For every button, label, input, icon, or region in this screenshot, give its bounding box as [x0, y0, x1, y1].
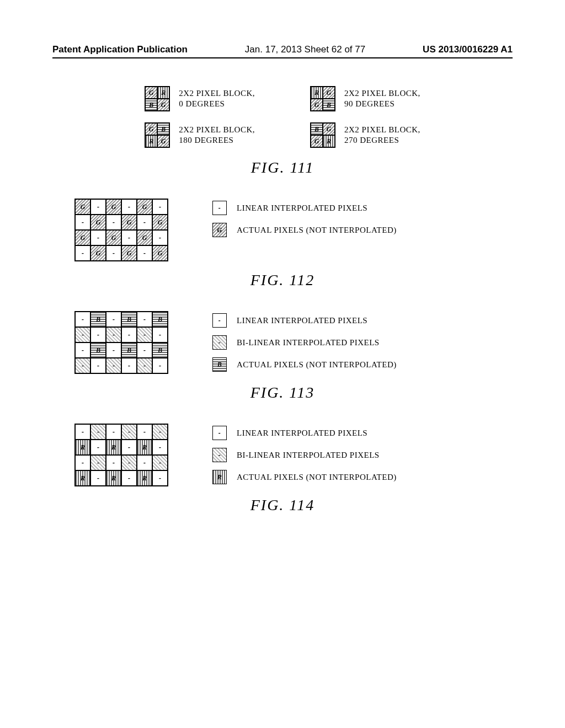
cell-b: B [145, 99, 157, 111]
grid-cell: R [106, 470, 121, 486]
cell-g: G [145, 87, 157, 99]
grid-cell: - [152, 358, 168, 373]
grid-cell: - [90, 230, 106, 245]
grid-cell: G [106, 199, 121, 215]
fig-112: G-G-G--G-G-GG-G-G--G-G-G - LINEAR INTERP… [74, 199, 513, 261]
cell-r: R [311, 87, 323, 99]
cell-r: R [323, 135, 335, 147]
grid-cell: G [106, 230, 121, 245]
date-sheet: Jan. 17, 2013 Sheet 62 of 77 [245, 44, 365, 55]
grid-cell: - [121, 455, 137, 470]
cell-g: G [145, 123, 157, 135]
grid-cell: - [90, 199, 106, 215]
cell-b: B [311, 123, 323, 135]
grid-cell: - [106, 215, 121, 230]
grid-cell: - [75, 327, 90, 342]
legend-box-bilinear: - [212, 448, 227, 462]
legend-bilinear: - BI-LINEAR INTERPOLATED PIXELS [212, 335, 397, 350]
legend-text: ACTUAL PIXELS (NOT INTERPOLATED) [237, 360, 397, 370]
cell-g: G [323, 87, 335, 99]
pixel-block: B G G R [310, 122, 335, 148]
grid-cell: - [90, 327, 106, 342]
block-label: 2X2 PIXEL BLOCK, 90 DEGREES [344, 88, 420, 110]
grid-cell: G [121, 245, 137, 261]
legend-box-plain: - [212, 201, 227, 215]
cell-g: G [157, 135, 169, 147]
grid-cell: G [75, 199, 90, 215]
grid-cell: G [90, 245, 106, 261]
grid-cell: - [137, 327, 152, 342]
page-header: Patent Application Publication Jan. 17, … [52, 44, 513, 58]
grid-cell: R [137, 470, 152, 486]
pub-number: US 2013/0016229 A1 [423, 44, 513, 55]
cell-g: G [157, 99, 169, 111]
legend-text: BI-LINEAR INTERPOLATED PIXELS [237, 338, 380, 347]
fig113-caption: FIG. 113 [52, 384, 513, 402]
fig112-legend: - LINEAR INTERPOLATED PIXELS G ACTUAL PI… [212, 201, 397, 261]
grid-cell: G [152, 215, 168, 230]
legend-box-plain: - [212, 313, 227, 328]
grid-cell: - [152, 199, 168, 215]
legend-linear: - LINEAR INTERPOLATED PIXELS [212, 426, 397, 440]
legend-linear: - LINEAR INTERPOLATED PIXELS [212, 313, 397, 328]
grid-cell: - [75, 215, 90, 230]
lbl-l2: 90 DEGREES [344, 99, 395, 108]
grid-cell: - [75, 358, 90, 373]
legend-box-r: R [212, 470, 227, 484]
lbl-l1: 2X2 PIXEL BLOCK, [344, 125, 420, 134]
grid-cell: - [121, 199, 137, 215]
grid-cell: - [121, 470, 137, 486]
grid-cell: - [75, 424, 90, 440]
grid-cell: B [121, 342, 137, 358]
fig-114: ------R-R-R-------R-R-R- - LINEAR INTERP… [74, 424, 513, 486]
grid-cell: R [137, 440, 152, 455]
grid-cell: - [90, 440, 106, 455]
cell-b: B [157, 123, 169, 135]
grid-cell: G [152, 245, 168, 261]
cell-r: R [145, 135, 157, 147]
fig113-grid: -B-B-B-------B-B-B------ [74, 311, 168, 374]
lbl-l1: 2X2 PIXEL BLOCK, [179, 125, 255, 134]
grid-cell: - [121, 440, 137, 455]
block-label: 2X2 PIXEL BLOCK, 270 DEGREES [344, 125, 420, 146]
grid-cell: - [90, 455, 106, 470]
legend-box-g: G [212, 223, 227, 237]
grid-cell: B [152, 342, 168, 358]
grid-cell: - [137, 215, 152, 230]
fig111-row-2: G B R G 2X2 PIXEL BLOCK, 180 DEGREES B G… [52, 122, 513, 148]
grid-cell: - [121, 424, 137, 440]
grid-cell: - [137, 342, 152, 358]
grid-cell: G [121, 215, 137, 230]
grid-cell: - [106, 342, 121, 358]
block-label: 2X2 PIXEL BLOCK, 180 DEGREES [179, 125, 255, 146]
cell-g: G [323, 123, 335, 135]
fig111-row-1: G R B G 2X2 PIXEL BLOCK, 0 DEGREES R G G… [52, 86, 513, 111]
block-270deg: B G G R 2X2 PIXEL BLOCK, 270 DEGREES [310, 122, 420, 148]
pixel-block: G B R G [145, 122, 170, 148]
grid-cell: - [90, 358, 106, 373]
grid-cell: - [137, 455, 152, 470]
fig-111: G R B G 2X2 PIXEL BLOCK, 0 DEGREES R G G… [52, 86, 513, 176]
lbl-l2: 180 DEGREES [179, 136, 233, 144]
grid-cell: - [106, 358, 121, 373]
grid-cell: - [106, 327, 121, 342]
patent-page: Patent Application Publication Jan. 17, … [0, 0, 565, 728]
grid-cell: R [75, 440, 90, 455]
grid-cell: - [106, 424, 121, 440]
grid-cell: - [90, 424, 106, 440]
grid-cell: - [152, 470, 168, 486]
grid-cell: - [152, 230, 168, 245]
grid-cell: - [75, 342, 90, 358]
legend-box-b: B [212, 357, 227, 372]
legend-box-plain: - [212, 426, 227, 440]
cell-g: G [311, 135, 323, 147]
grid-cell: B [90, 342, 106, 358]
grid-cell: - [121, 358, 137, 373]
lbl-l2: 270 DEGREES [344, 136, 399, 144]
grid-cell: - [152, 327, 168, 342]
legend-text: LINEAR INTERPOLATED PIXELS [237, 204, 367, 213]
lbl-l2: 0 DEGREES [179, 99, 225, 108]
grid-cell: B [152, 312, 168, 327]
pub-type: Patent Application Publication [52, 44, 188, 55]
grid-cell: - [106, 245, 121, 261]
